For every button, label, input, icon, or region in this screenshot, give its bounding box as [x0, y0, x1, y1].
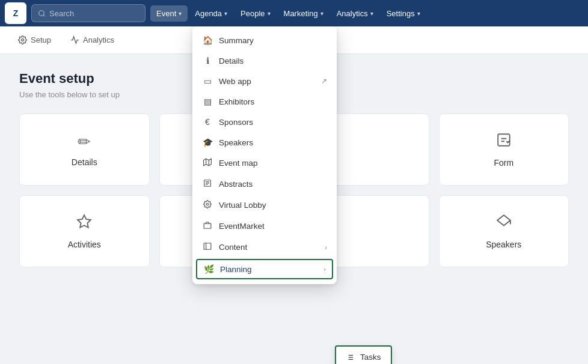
star-icon [76, 214, 92, 234]
dropdown-exhibitors[interactable]: ▤ Exhibitors [192, 91, 337, 112]
speakers-card[interactable]: Speakers [439, 195, 569, 267]
chevron-down-icon: ▾ [370, 10, 373, 17]
nav-analytics[interactable]: Analytics ▾ [331, 5, 379, 22]
search-icon [38, 10, 46, 17]
activities-label: Activities [68, 240, 101, 249]
dropdown-sponsors[interactable]: € Sponsors [192, 112, 337, 132]
edit-icon: ✏ [78, 133, 91, 151]
chevron-down-icon: ▾ [224, 10, 227, 17]
form-icon [496, 132, 512, 152]
dropdown-virtuallobby[interactable]: Virtual Lobby [192, 195, 337, 216]
chevron-right-icon: › [325, 244, 327, 251]
svg-marker-3 [78, 215, 91, 228]
dropdown-abstracts[interactable]: Abstracts [192, 174, 337, 195]
nav-marketing[interactable]: Marketing ▾ [278, 5, 329, 22]
search-input[interactable]: Search [31, 4, 145, 22]
layout-icon: ▭ [202, 76, 213, 86]
svg-rect-13 [204, 243, 211, 250]
info-icon: ℹ [202, 56, 213, 65]
chevron-right-icon: › [323, 265, 326, 273]
exhibitors-label: Exhibitors [219, 97, 254, 106]
chevron-down-icon: ▾ [179, 10, 182, 17]
leaf-icon: 🌿 [203, 264, 214, 274]
map-icon [202, 158, 213, 168]
nav-people[interactable]: People ▾ [234, 5, 276, 22]
home-icon: 🏠 [202, 35, 213, 45]
form-card[interactable]: Form [439, 114, 569, 186]
speakers-icon [496, 214, 512, 234]
dropdown-planning[interactable]: 🌿 Planning › [196, 259, 333, 279]
nav-event[interactable]: Event ▾ [150, 5, 188, 22]
tasks-icon [346, 353, 354, 362]
dropdown-webapp[interactable]: ▭ Web app ↗ [192, 71, 337, 91]
webapp-label: Web app [219, 77, 251, 86]
setup-label: Setup [31, 35, 51, 44]
dropdown-details[interactable]: ℹ Details [192, 50, 337, 71]
dropdown-eventmarket[interactable]: EventMarket [192, 216, 337, 237]
mortarboard-icon: 🎓 [202, 138, 213, 147]
svg-point-11 [206, 203, 209, 205]
analytics-icon [70, 35, 79, 44]
eventmarket-label: EventMarket [219, 222, 265, 231]
chevron-down-icon: ▾ [320, 10, 323, 17]
exhibitors-icon: ▤ [202, 97, 213, 106]
nav-settings[interactable]: Settings ▾ [381, 5, 426, 22]
svg-point-1 [22, 39, 24, 41]
chevron-down-icon: ▾ [268, 10, 271, 17]
setup-tab[interactable]: Setup [10, 31, 60, 49]
dropdown-eventmap[interactable]: Event map [192, 153, 337, 174]
nav-items: Event ▾ Agenda ▾ People ▾ Marketing ▾ An… [150, 5, 426, 22]
summary-label: Summary [219, 36, 254, 45]
dropdown-content[interactable]: Content › [192, 237, 337, 258]
form-label: Form [494, 158, 513, 168]
virtuallobby-icon [202, 200, 213, 210]
svg-marker-4 [204, 159, 212, 166]
content-icon [202, 242, 213, 252]
content-label: Content [219, 243, 247, 252]
svg-point-0 [39, 10, 44, 16]
external-link-icon: ↗ [321, 77, 327, 85]
speakers-menu-label: Speakers [219, 138, 253, 147]
dropdown-summary[interactable]: 🏠 Summary [192, 30, 337, 50]
nav-agenda[interactable]: Agenda ▾ [189, 5, 233, 22]
top-nav: Z Search Event ▾ Agenda ▾ People ▾ Marke… [0, 0, 588, 26]
svg-rect-2 [498, 134, 510, 146]
analytics-label: Analytics [83, 35, 114, 44]
abstracts-icon [202, 179, 213, 189]
details-menu-label: Details [219, 56, 243, 65]
search-placeholder: Search [49, 9, 74, 18]
tasks-popup[interactable]: Tasks [335, 345, 392, 364]
eventmap-label: Event map [219, 159, 258, 168]
virtuallobby-label: Virtual Lobby [219, 201, 266, 210]
gear-icon [18, 35, 27, 44]
planning-label: Planning [220, 265, 252, 274]
eventmarket-icon [202, 221, 213, 231]
analytics-tab[interactable]: Analytics [62, 31, 123, 49]
activities-card[interactable]: Activities [19, 195, 150, 267]
app-logo[interactable]: Z [5, 2, 26, 24]
details-card[interactable]: ✏ Details [19, 114, 150, 186]
details-label: Details [72, 157, 97, 167]
abstracts-label: Abstracts [219, 180, 253, 189]
dropdown-speakers[interactable]: 🎓 Speakers [192, 132, 337, 153]
chevron-down-icon: ▾ [417, 10, 420, 17]
speakers-label: Speakers [486, 240, 521, 249]
svg-rect-12 [204, 223, 211, 228]
tasks-label: Tasks [360, 353, 381, 362]
event-dropdown: 🏠 Summary ℹ Details ▭ Web app ↗ ▤ Exhibi… [192, 26, 337, 284]
euro-icon: € [202, 117, 213, 127]
sponsors-label: Sponsors [219, 118, 253, 127]
